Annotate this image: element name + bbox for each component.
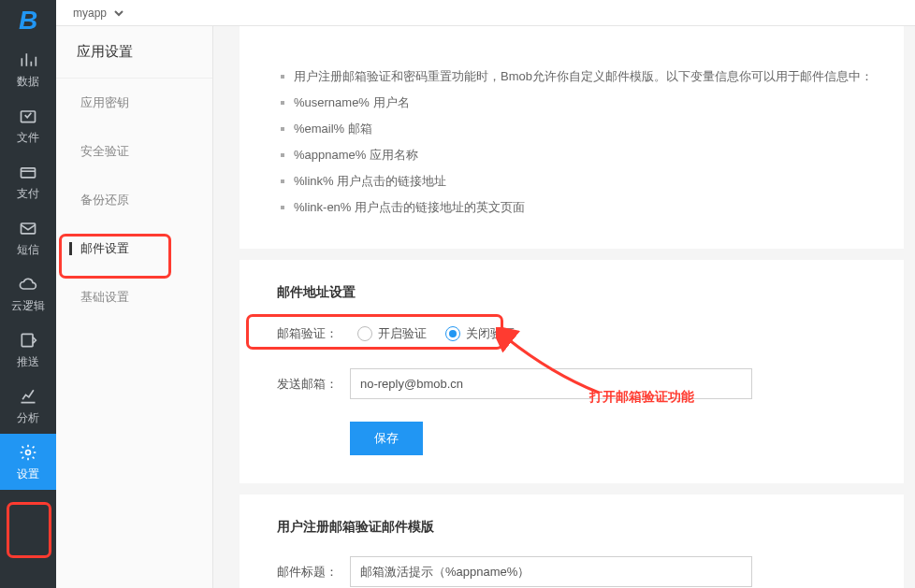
sidebar-item-label: 文件 <box>17 130 39 146</box>
subject-label: 邮件标题： <box>277 564 350 581</box>
main-content: 用户注册邮箱验证和密码重置功能时，Bmob允许你自定义邮件模版。以下变量信息你可… <box>213 26 915 588</box>
intro-panel: 用户注册邮箱验证和密码重置功能时，Bmob允许你自定义邮件模版。以下变量信息你可… <box>240 26 904 249</box>
svg-point-4 <box>26 450 31 454</box>
intro-line: %email% 邮箱 <box>277 116 876 142</box>
logo: B <box>0 0 56 41</box>
radio-icon <box>445 326 460 341</box>
sidebar-item-label: 支付 <box>17 186 39 202</box>
radio-close-verify[interactable]: 关闭验证 <box>445 325 515 342</box>
section-title: 用户注册邮箱验证邮件模版 <box>277 519 876 536</box>
bars-icon <box>18 50 38 70</box>
card-icon <box>18 162 38 182</box>
intro-line: %link% 用户点击的链接地址 <box>277 168 876 194</box>
intro-line: %username% 用户名 <box>277 90 876 116</box>
menu-item-appkey[interactable]: 应用密钥 <box>56 79 212 127</box>
sender-label: 发送邮箱： <box>277 376 350 393</box>
radio-label: 关闭验证 <box>466 325 515 342</box>
send-icon <box>18 330 38 351</box>
sidebar-item-data[interactable]: 数据 <box>0 41 56 97</box>
intro-list: 用户注册邮箱验证和密码重置功能时，Bmob允许你自定义邮件模版。以下变量信息你可… <box>277 64 876 221</box>
chart-icon <box>18 386 38 407</box>
intro-line: %link-en% 用户点击的链接地址的英文页面 <box>277 194 876 221</box>
sidebar-item-settings[interactable]: 设置 <box>0 434 56 490</box>
sidebar-item-sms[interactable]: 短信 <box>0 209 56 265</box>
subject-input[interactable] <box>350 556 752 587</box>
sidebar-item-label: 短信 <box>17 242 39 258</box>
menu-item-basic[interactable]: 基础设置 <box>56 273 212 322</box>
form-row-verify: 邮箱验证： 开启验证 关闭验证 <box>277 322 876 346</box>
top-bar: myapp <box>56 0 915 26</box>
sidebar-item-files[interactable]: 文件 <box>0 97 56 153</box>
section-title: 邮件地址设置 <box>277 284 876 301</box>
menu-item-security[interactable]: 安全验证 <box>56 127 212 176</box>
sidebar-item-label: 云逻辑 <box>11 298 45 314</box>
folder-icon <box>18 106 38 126</box>
intro-line: %appname% 应用名称 <box>277 142 876 168</box>
template-panel: 用户注册邮箱验证邮件模版 邮件标题： <box>240 495 904 588</box>
intro-line: 用户注册邮箱验证和密码重置功能时，Bmob允许你自定义邮件模版。以下变量信息你可… <box>277 64 876 90</box>
sidebar-item-label: 设置 <box>17 466 39 482</box>
icon-sidebar: B 数据 文件 支付 短信 云逻辑 推送 <box>0 0 56 588</box>
svg-rect-2 <box>22 223 36 234</box>
cloud-icon <box>18 274 38 294</box>
menu-item-backup[interactable]: 备份还原 <box>56 176 212 224</box>
sidebar-item-analyze[interactable]: 分析 <box>0 378 56 434</box>
sidebar-item-cloud[interactable]: 云逻辑 <box>0 265 56 322</box>
radio-open-verify[interactable]: 开启验证 <box>357 325 427 342</box>
radio-icon <box>357 326 372 341</box>
annotation-text: 打开邮箱验证功能 <box>589 389 694 406</box>
form-row-subject: 邮件标题： <box>277 556 876 587</box>
sidebar-item-label: 分析 <box>17 410 39 426</box>
radio-group-verify: 开启验证 关闭验证 <box>350 322 522 346</box>
menu-item-email[interactable]: 邮件设置 <box>56 224 212 273</box>
radio-label: 开启验证 <box>378 325 427 342</box>
svg-rect-3 <box>22 334 33 346</box>
email-settings-panel: 邮件地址设置 邮箱验证： 开启验证 关闭验证 发送邮箱： 保存 <box>240 260 904 483</box>
sidebar-item-push[interactable]: 推送 <box>0 322 56 378</box>
svg-rect-1 <box>22 167 36 177</box>
menu-header: 应用设置 <box>56 26 212 79</box>
form-row-sender: 发送邮箱： <box>277 368 876 399</box>
save-button[interactable]: 保存 <box>350 422 423 455</box>
sidebar-item-pay[interactable]: 支付 <box>0 153 56 209</box>
menu-sidebar: 应用设置 应用密钥 安全验证 备份还原 邮件设置 基础设置 <box>56 26 213 588</box>
app-selector[interactable]: myapp <box>65 2 126 24</box>
verify-label: 邮箱验证： <box>277 325 350 342</box>
sidebar-item-label: 推送 <box>17 354 39 370</box>
sidebar-item-label: 数据 <box>17 74 39 90</box>
gear-icon <box>18 442 38 463</box>
envelope-icon <box>18 218 38 238</box>
